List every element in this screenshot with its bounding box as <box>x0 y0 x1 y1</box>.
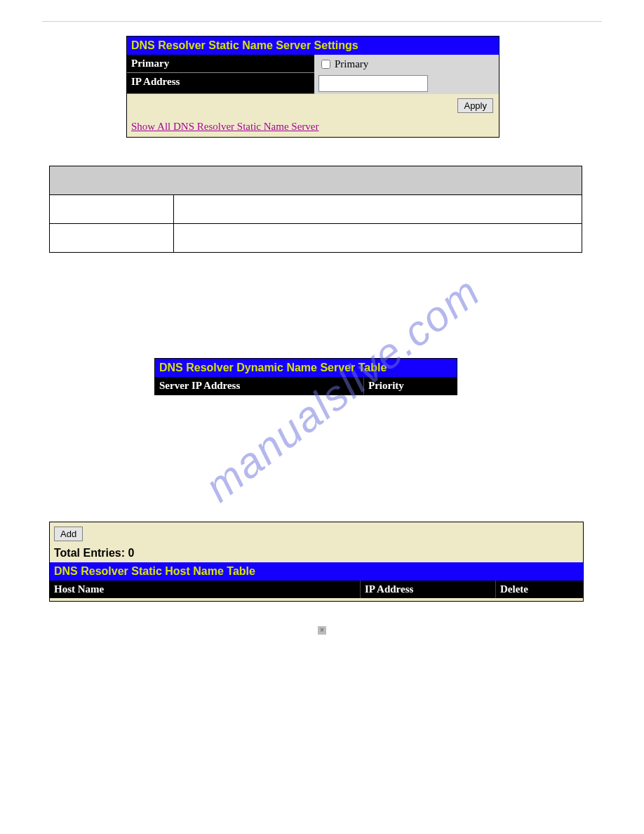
primary-checkbox-label: Primary <box>335 58 368 70</box>
ip-address-label: IP Address <box>127 73 314 94</box>
primary-checkbox[interactable] <box>321 60 330 69</box>
apply-button[interactable]: Apply <box>457 98 493 113</box>
ip-address-input[interactable] <box>318 75 428 92</box>
param-cell <box>50 224 174 253</box>
param-table-header <box>50 166 582 195</box>
static-name-server-settings-panel: DNS Resolver Static Name Server Settings… <box>126 36 499 138</box>
panel1-title: DNS Resolver Static Name Server Settings <box>127 37 499 55</box>
close-icon: × <box>318 626 326 635</box>
total-entries: Total Entries: 0 <box>50 543 583 562</box>
param-cell <box>174 195 582 224</box>
param-cell <box>174 224 582 253</box>
param-cell <box>50 195 174 224</box>
show-all-link[interactable]: Show All DNS Resolver Static Name Server <box>131 121 318 132</box>
parameter-table <box>49 166 582 253</box>
col-host-name: Host Name <box>50 581 361 598</box>
col-delete: Delete <box>496 581 583 598</box>
primary-label: Primary <box>127 55 314 73</box>
dynamic-name-server-table-panel: DNS Resolver Dynamic Name Server Table S… <box>154 358 457 395</box>
top-divider <box>42 21 602 22</box>
panel3-title: DNS Resolver Static Host Name Table <box>50 562 583 581</box>
static-host-name-table-panel: Add Total Entries: 0 DNS Resolver Static… <box>49 522 584 602</box>
col-server-ip: Server IP Address <box>155 377 364 395</box>
add-button[interactable]: Add <box>54 527 83 541</box>
col-priority: Priority <box>364 377 457 395</box>
panel2-title: DNS Resolver Dynamic Name Server Table <box>155 359 457 377</box>
col-ip-address: IP Address <box>361 581 496 598</box>
